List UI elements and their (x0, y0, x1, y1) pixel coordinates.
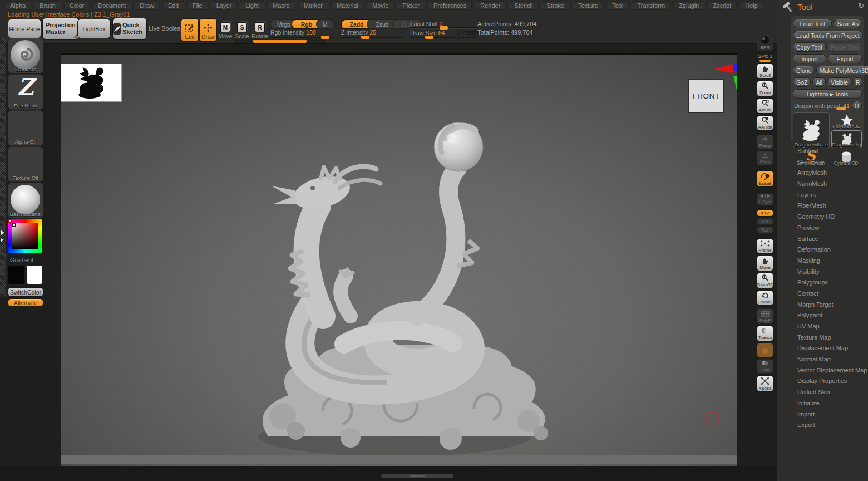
solo-button[interactable]: Solo (757, 359, 773, 374)
clone-button[interactable]: Clone (793, 66, 815, 75)
xyz-button[interactable]: XYZ (757, 209, 773, 217)
tool-section-header[interactable]: Unified Skin (791, 387, 864, 398)
rotate-button[interactable]: R Rotate (251, 18, 269, 41)
menu-item[interactable]: Brush (34, 1, 61, 10)
tool-section-header[interactable]: Import (791, 409, 864, 420)
move-button[interactable]: M Move (218, 18, 233, 41)
switch-color-button[interactable]: SwitchColor (8, 287, 43, 297)
zoom3d-button[interactable]: Zoom3D (757, 273, 773, 288)
main-color-swatch[interactable] (8, 265, 25, 284)
draw-size-slider[interactable] (410, 37, 476, 38)
dragon-sculpture[interactable] (61, 55, 737, 467)
xpose-button[interactable]: Xpose (757, 375, 773, 392)
load-tool-button[interactable]: Load Tool (793, 19, 832, 28)
home-page-button[interactable]: Home Page (8, 19, 41, 38)
active-tool-thumbnail[interactable]: Dragon with pe (793, 112, 830, 148)
menu-item[interactable]: Tool (606, 1, 629, 10)
all-button[interactable]: All (812, 77, 826, 87)
menu-item[interactable]: Picker (397, 1, 425, 10)
menu-item[interactable]: Stroke (541, 1, 570, 10)
texture-selector[interactable]: Texture Off (8, 146, 43, 182)
scroll-arrow-icon[interactable] (1, 230, 4, 235)
menu-item[interactable]: Edit (162, 1, 184, 10)
tool-section-header[interactable]: Normal Map (791, 354, 864, 365)
menu-item[interactable]: Macro (267, 1, 295, 10)
zoom-button[interactable]: Zoom (757, 81, 773, 96)
restore-button[interactable]: R (852, 101, 862, 110)
floor-button[interactable]: Floor (757, 151, 773, 165)
rotate-y-button[interactable]: ↻Y (757, 218, 773, 225)
tool-section-header[interactable]: Subtool (791, 146, 864, 157)
menu-item[interactable]: Help (739, 1, 763, 10)
menu-item[interactable]: Marker (298, 1, 328, 10)
local-button[interactable]: Local (757, 170, 773, 187)
menu-item[interactable]: Zplugin (673, 1, 704, 10)
color-picker-sv-square[interactable] (12, 223, 38, 249)
menu-item[interactable]: Movie (367, 1, 394, 10)
rotate-3d-button[interactable]: Rotate (757, 290, 773, 306)
persp-button[interactable]: Persp (757, 135, 773, 149)
tool-section-header[interactable]: Geometry HD (791, 212, 864, 223)
horizontal-scrollbar[interactable] (381, 474, 453, 478)
actual-button[interactable]: Actual (757, 98, 773, 114)
tool-section-header[interactable]: Export (791, 420, 864, 431)
alpha-selector[interactable]: Alpha Off (8, 110, 43, 146)
tool-section-header[interactable]: Masking (791, 256, 864, 267)
scroll-button[interactable]: Scroll (757, 63, 773, 79)
visible-button[interactable]: Visible (827, 77, 851, 87)
menu-item[interactable]: Transform (632, 1, 670, 10)
goz-button[interactable]: GoZ (793, 77, 811, 87)
draw-button[interactable]: Draw (199, 18, 217, 42)
menu-item[interactable]: Material (331, 1, 364, 10)
stroke-selector[interactable]: Z FreeHand (8, 74, 43, 110)
secondary-color-swatch[interactable] (26, 265, 43, 284)
live-boolean-label[interactable]: Live Boolean (149, 25, 184, 32)
lightbox-tools-button[interactable]: Lightbox►Tools (793, 89, 862, 99)
refresh-icon[interactable]: ↻ (858, 2, 864, 10)
current-tool-slider[interactable] (836, 107, 846, 110)
tool-section-header[interactable]: Vector Displacement Map (791, 365, 864, 376)
menu-item[interactable]: Light (240, 1, 264, 10)
make-polymesh3d-button[interactable]: Make PolyMesh3D (816, 66, 868, 75)
z-intensity-slider[interactable] (341, 37, 403, 38)
quick-sketch-button[interactable]: Quick Sketch (112, 18, 147, 40)
material-selector[interactable]: BasicMaterial (8, 183, 43, 218)
goz-r-button[interactable]: R (853, 77, 863, 87)
menu-item[interactable]: Zscript (707, 1, 737, 10)
tool-section-header[interactable]: Texture Map (791, 332, 864, 343)
menu-item[interactable]: Texture (573, 1, 604, 10)
tool-section-header[interactable]: Surface (791, 234, 864, 245)
tool-section-header[interactable]: Preview (791, 223, 864, 234)
tool-section-header[interactable]: Initialize (791, 398, 864, 409)
export-button[interactable]: Export (828, 54, 862, 63)
color-picker[interactable] (8, 219, 42, 253)
tool-section-header[interactable]: Contact (791, 288, 864, 300)
load-tools-from-project-button[interactable]: Load Tools From Project (793, 31, 863, 40)
canvas-bottom-scrollbar[interactable] (61, 455, 737, 464)
tool-section-header[interactable]: Display Properties (791, 376, 864, 387)
menu-item[interactable]: Color (64, 1, 90, 10)
import-button[interactable]: Import (793, 54, 826, 63)
axis-gizmo-icon[interactable] (713, 60, 737, 96)
document-canvas[interactable]: FRONT (61, 53, 737, 467)
edit-button[interactable]: Edit (181, 18, 199, 42)
scale-button[interactable]: S Scale (234, 18, 250, 41)
tool-section-header[interactable]: Morph Target (791, 300, 864, 311)
spix-slider[interactable]: SPix 3 (756, 53, 774, 62)
polyframe-button[interactable]: PolyF (757, 308, 773, 324)
menu-item[interactable]: Layer (211, 1, 238, 10)
tool-section-header[interactable]: Visibility (791, 267, 864, 278)
menu-item[interactable]: Document (92, 1, 131, 10)
left-scrollbar[interactable] (0, 38, 6, 297)
copy-tool-button[interactable]: Copy Tool (793, 42, 826, 52)
tool-section-header[interactable]: Displacement Map (791, 343, 864, 354)
projection-master-button[interactable]: Projection Master (42, 18, 79, 40)
menu-item[interactable]: Alpha (4, 1, 31, 10)
menu-item[interactable]: Draw (134, 1, 160, 10)
tool-section-header[interactable]: Layers (791, 190, 864, 201)
menu-item[interactable]: Stencil (509, 1, 538, 10)
save-as-button[interactable]: Save As (834, 19, 862, 28)
menu-item[interactable]: Preferences (428, 1, 472, 10)
menu-item[interactable]: Render (475, 1, 506, 10)
gradient-label[interactable]: Gradient (10, 257, 43, 263)
